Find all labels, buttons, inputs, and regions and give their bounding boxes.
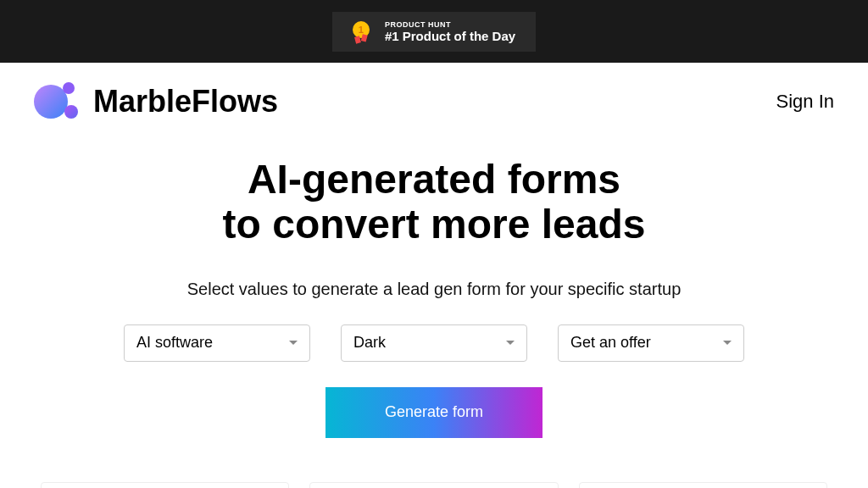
headline-line-2: to convert more leads xyxy=(223,202,646,247)
logo-icon xyxy=(34,80,78,124)
headline-line-1: AI-generated forms xyxy=(248,157,620,202)
theme-value: Dark xyxy=(353,334,386,352)
chevron-down-icon xyxy=(506,341,515,345)
select-row: AI software Dark Get an offer xyxy=(34,324,834,362)
medal-icon: 1 xyxy=(353,21,373,42)
hero-section: AI-generated forms to convert more leads… xyxy=(0,141,868,438)
banner-text: PRODUCT HUNT #1 Product of the Day xyxy=(385,20,515,43)
banner-label: PRODUCT HUNT xyxy=(385,20,515,29)
signin-link[interactable]: Sign In xyxy=(776,91,835,113)
headline: AI-generated forms to convert more leads xyxy=(34,158,834,247)
category-select[interactable]: AI software xyxy=(124,324,310,362)
brand[interactable]: MarbleFlows xyxy=(34,80,278,124)
chevron-down-icon xyxy=(723,341,732,345)
generate-button[interactable]: Generate form xyxy=(326,387,542,438)
example-card[interactable] xyxy=(41,482,289,488)
example-card[interactable] xyxy=(309,482,558,488)
theme-select[interactable]: Dark xyxy=(341,324,527,362)
subheadline: Select values to generate a lead gen for… xyxy=(34,280,834,299)
navbar: MarbleFlows Sign In xyxy=(0,63,868,141)
goal-select[interactable]: Get an offer xyxy=(558,324,744,362)
goal-value: Get an offer xyxy=(570,334,651,352)
example-card[interactable] xyxy=(579,482,827,488)
product-hunt-banner[interactable]: 1 PRODUCT HUNT #1 Product of the Day xyxy=(0,0,868,63)
banner-content: 1 PRODUCT HUNT #1 Product of the Day xyxy=(332,12,536,52)
brand-name: MarbleFlows xyxy=(93,84,278,119)
banner-title: #1 Product of the Day xyxy=(385,29,515,43)
category-value: AI software xyxy=(136,334,213,352)
card-row xyxy=(0,482,868,488)
chevron-down-icon xyxy=(289,341,298,345)
